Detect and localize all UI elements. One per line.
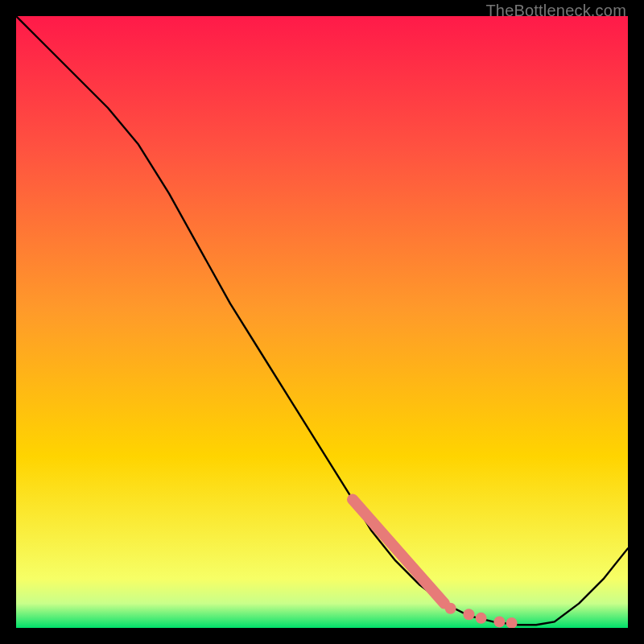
highlight-dot — [463, 609, 474, 620]
highlight-dot — [445, 603, 456, 614]
watermark-text: TheBottleneck.com — [485, 2, 626, 20]
highlight-dot — [493, 616, 505, 627]
highlight-dot — [476, 613, 487, 624]
chart-svg — [16, 16, 628, 628]
chart-frame — [16, 16, 628, 628]
